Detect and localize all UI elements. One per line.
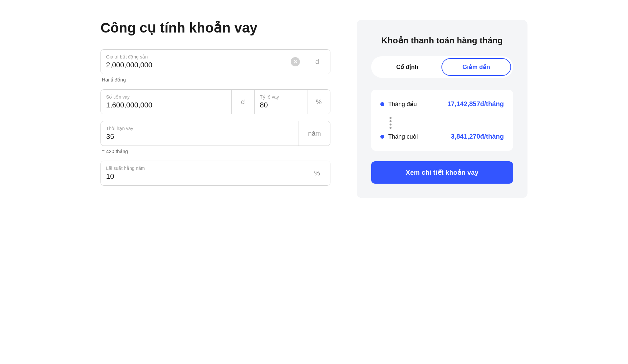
result-card: Khoản thanh toán hàng tháng Cố định Giảm… — [357, 20, 527, 198]
first-month-item: Tháng đầu 17,142,857đ/tháng — [380, 100, 504, 108]
co-dinh-button[interactable]: Cố định — [373, 58, 441, 76]
loan-amount-group: Số tiền vay đ Tỷ lệ vay % — [101, 89, 330, 114]
right-panel: Khoản thanh toán hàng tháng Cố định Giảm… — [357, 20, 527, 198]
loan-ratio-field: Tỷ lệ vay — [255, 90, 307, 114]
clear-icon[interactable]: ✕ — [291, 57, 300, 66]
page-title: Công cụ tính khoản vay — [101, 20, 330, 36]
loan-term-input[interactable] — [106, 132, 293, 141]
last-month-left: Tháng cuối — [380, 133, 418, 140]
interest-rate-main: Lãi suất hằng năm — [101, 161, 304, 185]
interest-rate-row: Lãi suất hằng năm % — [101, 161, 330, 186]
cta-button[interactable]: Xem chi tiết khoản vay — [371, 161, 513, 184]
loan-term-suffix: năm — [299, 121, 330, 146]
giam-dan-button[interactable]: Giảm dần — [441, 58, 511, 76]
real-estate-input[interactable] — [106, 61, 281, 69]
left-panel: Công cụ tính khoản vay Giá trị bất động … — [101, 20, 330, 198]
loan-term-helper: = 420 tháng — [102, 148, 330, 154]
payment-results: Tháng đầu 17,142,857đ/tháng Tháng cuối 3 — [371, 90, 513, 151]
loan-term-main: Thời hạn vay — [101, 121, 299, 146]
real-estate-label: Giá trị bất động sản — [106, 54, 281, 59]
loan-amount-input[interactable] — [106, 101, 226, 109]
loan-amount-field: Số tiền vay — [101, 90, 232, 114]
loan-ratio-input[interactable] — [260, 101, 302, 109]
real-estate-input-main: Giá trị bất động sản — [101, 50, 287, 74]
loan-ratio-label: Tỷ lệ vay — [260, 94, 302, 100]
mini-dot-2 — [390, 120, 392, 122]
mini-dot-3 — [390, 124, 392, 125]
first-month-left: Tháng đầu — [380, 101, 417, 108]
real-estate-group: Giá trị bất động sản ✕ đ Hai tỉ đồng — [101, 49, 330, 83]
mini-dot-1 — [390, 117, 392, 119]
payment-type-row: Cố định Giảm dần — [371, 56, 513, 78]
divider-dots — [380, 116, 504, 130]
loan-dual-row: Số tiền vay đ Tỷ lệ vay % — [101, 89, 330, 114]
real-estate-helper: Hai tỉ đồng — [102, 77, 330, 83]
first-month-value: 17,142,857đ/tháng — [447, 100, 504, 108]
first-month-label: Tháng đầu — [388, 101, 417, 108]
currency-suffix: đ — [304, 50, 330, 74]
loan-term-label: Thời hạn vay — [106, 126, 293, 131]
first-month-dot — [380, 102, 384, 106]
mini-dot-4 — [390, 127, 392, 129]
last-month-dot — [380, 135, 384, 139]
clear-button[interactable]: ✕ — [287, 50, 304, 74]
loan-currency-mid: đ — [232, 90, 255, 114]
loan-amount-label: Số tiền vay — [106, 94, 226, 100]
result-title: Khoản thanh toán hàng tháng — [371, 35, 513, 46]
last-month-item: Tháng cuối 3,841,270đ/tháng — [380, 133, 504, 140]
interest-rate-input[interactable] — [106, 172, 299, 181]
loan-term-row: Thời hạn vay năm — [101, 121, 330, 146]
loan-term-group: Thời hạn vay năm = 420 tháng — [101, 121, 330, 154]
interest-rate-group: Lãi suất hằng năm % — [101, 161, 330, 186]
last-month-label: Tháng cuối — [388, 133, 418, 140]
real-estate-input-row: Giá trị bất động sản ✕ đ — [101, 49, 330, 74]
last-month-value: 3,841,270đ/tháng — [451, 133, 504, 140]
interest-rate-label: Lãi suất hằng năm — [106, 166, 299, 171]
loan-ratio-suffix: % — [307, 90, 330, 114]
interest-rate-suffix: % — [304, 161, 330, 185]
